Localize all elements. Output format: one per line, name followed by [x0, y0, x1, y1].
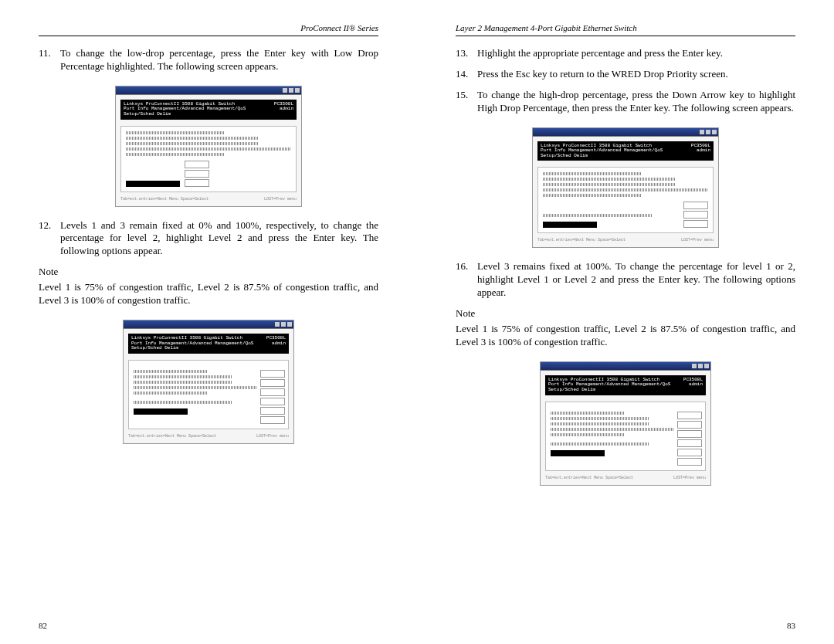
figure-level-options-right: Linksys ProConnectII 3508 Gigabit Switch… [456, 361, 795, 486]
step-11: 11. To change the low-drop percentage, p… [39, 47, 378, 73]
left-header-text: ProConnect II® Series [300, 23, 378, 32]
mock-titlebar [541, 362, 710, 371]
right-page: Layer 2 Management 4-Port Gigabit Ethern… [417, 0, 834, 644]
mock-window: Linksys ProConnectII 3508 Gigabit Switch… [123, 320, 294, 444]
mock-footer: Tab=ext.entries=Next Menu Space=Select L… [128, 434, 289, 439]
high-drop-highlight [543, 222, 597, 228]
step-12-text: Levels 1 and 3 remain fixed at 0% and 10… [60, 219, 378, 259]
figure-high-drop: Linksys ProConnectII 3508 Gigabit Switch… [456, 127, 795, 249]
note-body-left: Level 1 is 75% of congestion traffic, Le… [39, 281, 378, 307]
left-header: ProConnect II® Series [39, 23, 378, 36]
mock-titlebar [533, 128, 718, 137]
mock-blackbar: Linksys ProConnectII 3508 Gigabit Switch… [120, 100, 297, 120]
mock-inner [120, 126, 297, 192]
note-label-left: Note [39, 266, 378, 278]
mock-blackbar: Linksys ProConnectII 3508 Gigabit Switch… [128, 334, 289, 354]
step-11-text: To change the low-drop percentage, press… [60, 47, 378, 73]
mock-footer: Tab=ext.entries=Next Menu Space=Select L… [545, 476, 706, 480]
page-number-right: 83 [787, 621, 795, 630]
mock-inner [537, 167, 714, 233]
note-label-right: Note [456, 307, 795, 320]
mock-footer: Tab=ext.entries=Next Menu Space=Select L… [537, 238, 714, 242]
step-15: 15. To change the high-drop percentage, … [456, 89, 795, 115]
mock-blackbar: Linksys ProConnectII 3508 Gigabit Switch… [545, 375, 706, 395]
step-12-num: 12. [39, 219, 60, 259]
figure-level-options-left: Linksys ProConnectII 3508 Gigabit Switch… [39, 320, 378, 444]
right-header: Layer 2 Management 4-Port Gigabit Ethern… [456, 23, 795, 36]
mock-inner [128, 360, 289, 429]
mock-titlebar [116, 86, 301, 95]
page-number-left: 82 [39, 621, 47, 630]
step-16: 16. Level 3 remains fixed at 100%. To ch… [456, 260, 795, 300]
mock-window: Linksys ProConnectII 3508 Gigabit Switch… [115, 86, 302, 207]
step-13: 13. Highlight the appropriate percentage… [456, 47, 795, 60]
mock-inner [545, 402, 706, 471]
mock-window: Linksys ProConnectII 3508 Gigabit Switch… [532, 127, 719, 249]
step-12: 12. Levels 1 and 3 remain fixed at 0% an… [39, 219, 378, 259]
mock-titlebar [124, 320, 293, 329]
mock-footer: Tab=ext.entries=Next Menu Space=Select L… [120, 197, 297, 202]
step-11-num: 11. [39, 47, 60, 73]
left-page: ProConnect II® Series 11. To change the … [0, 0, 417, 644]
step-14: 14. Press the Esc key to return to the W… [456, 68, 795, 81]
mock-blackbar: Linksys ProConnectII 3508 Gigabit Switch… [537, 141, 714, 161]
figure-low-drop: Linksys ProConnectII 3508 Gigabit Switch… [39, 86, 378, 207]
note-body-right: Level 1 is 75% of congestion traffic, Le… [456, 323, 795, 349]
mock-window: Linksys ProConnectII 3508 Gigabit Switch… [540, 361, 711, 486]
low-drop-highlight [126, 181, 180, 187]
